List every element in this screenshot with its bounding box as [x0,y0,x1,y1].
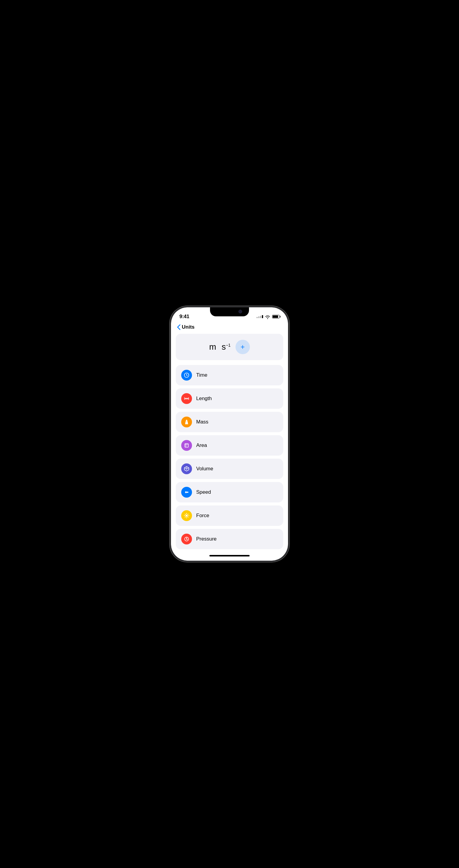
force-label: Force [196,513,209,519]
area-label: Area [196,442,207,448]
page-title: Units [182,324,195,330]
force-icon [181,510,192,521]
status-icons [257,315,280,319]
speed-icon [181,487,192,498]
svg-point-4 [186,538,187,539]
length-icon [181,393,192,404]
pressure-icon [181,534,192,545]
status-bar: 9:41 [171,307,288,322]
categories-list: Time Length Mass [171,365,288,551]
notch [210,307,249,316]
phone-frame: 9:41 [171,307,288,561]
formula-bar: m s−1 + [176,334,283,360]
nav-bar: Units [171,322,288,334]
speed-label: Speed [196,489,211,495]
wifi-icon [265,315,270,319]
status-time: 9:41 [179,314,189,320]
category-item-time[interactable]: Time [176,365,283,385]
svg-point-2 [186,515,188,517]
screen: 9:41 [171,307,288,561]
category-item-length[interactable]: Length [176,389,283,409]
category-item-speed[interactable]: Speed [176,482,283,502]
category-item-volume[interactable]: Volume [176,459,283,479]
category-item-area[interactable]: Area [176,435,283,456]
formula-unit2: s−1 [222,342,231,352]
home-bar [209,555,250,556]
area-icon [181,440,192,451]
svg-rect-1 [185,444,188,447]
mass-icon [181,416,192,427]
pressure-label: Pressure [196,536,217,542]
time-label: Time [196,372,207,378]
back-button[interactable] [177,324,181,330]
home-indicator [171,551,288,561]
signal-icon [257,315,263,318]
time-icon [181,370,192,380]
formula-unit1: m [209,342,217,352]
battery-icon [272,315,280,318]
length-label: Length [196,396,212,402]
volume-label: Volume [196,466,213,472]
category-item-mass[interactable]: Mass [176,412,283,432]
battery-fill [273,315,278,318]
volume-icon [181,463,192,474]
add-unit-button[interactable]: + [235,340,250,354]
mass-label: Mass [196,419,208,425]
category-item-force[interactable]: Force [176,505,283,526]
category-item-pressure[interactable]: Pressure [176,529,283,549]
camera-dot [238,310,242,313]
